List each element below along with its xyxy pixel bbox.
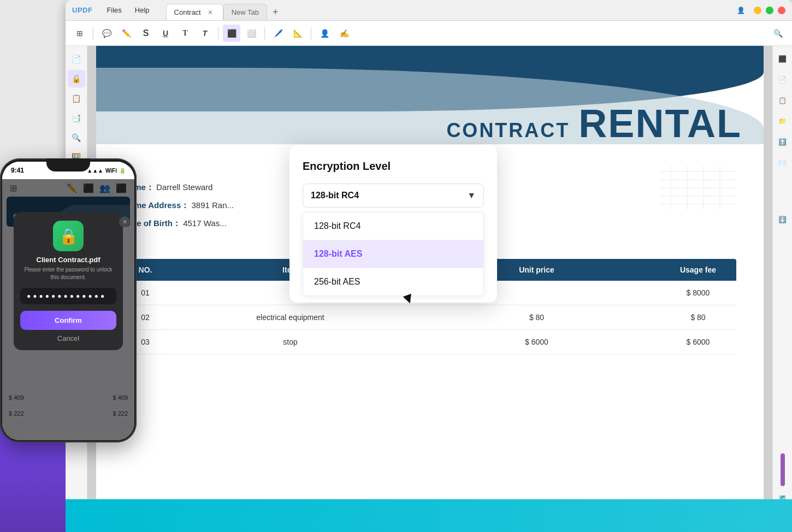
- toolbar-measure-icon[interactable]: 📐: [289, 25, 306, 42]
- pdf-row2-unit: $ 80: [413, 305, 660, 329]
- password-dots: ●●●●●●●●●●●●●: [27, 292, 110, 300]
- tab-newtab-label: New Tab: [232, 8, 259, 16]
- phone-notch: [46, 158, 90, 172]
- toolbar-underline-icon[interactable]: U: [157, 25, 174, 42]
- phone-modal-close-button[interactable]: ✕: [119, 216, 130, 227]
- pdf-title-contract: CONTRACT: [446, 119, 570, 142]
- phone-status-icons: ▲▲▲ WiFi 🔋: [87, 168, 126, 174]
- toolbar-shape-icon[interactable]: ⬜: [243, 25, 260, 42]
- dialog-title: Encryption Level: [303, 160, 484, 173]
- phone-modal-filename: Client Contract.pdf: [14, 256, 123, 266]
- toolbar-comment-icon[interactable]: 💬: [98, 25, 115, 42]
- right-sidebar-icon-1[interactable]: ⬛: [774, 50, 791, 68]
- tab-contract-label: Contract: [174, 8, 201, 16]
- phone-cancel-button[interactable]: Cancel: [20, 334, 116, 342]
- sidebar-thumbnail-icon[interactable]: 📄: [68, 50, 85, 68]
- pdf-title-area: CONTRACT RENTAL: [446, 106, 742, 142]
- right-sidebar-icon-2[interactable]: 📄: [774, 71, 791, 88]
- app-brand: UPDF: [72, 6, 92, 14]
- pdf-row3-item: stop: [167, 330, 413, 354]
- encryption-dialog: Encryption Level 128-bit RC4 ▼ 128-bit R…: [289, 145, 497, 303]
- tab-add-button[interactable]: +: [267, 4, 284, 20]
- toolbar-text-style-icon[interactable]: T: [196, 25, 214, 42]
- sidebar-search-sidebar-icon[interactable]: 🔍: [68, 129, 85, 146]
- toolbar-divider-2: [218, 27, 218, 39]
- option-128bit-rc4[interactable]: 128-bit RC4: [303, 212, 483, 240]
- window-maximize-button[interactable]: [766, 7, 773, 14]
- phone-device: 9:41 ▲▲▲ WiFi 🔋 ⊞ ✏️ ⬛ 👥 ⬛ C: [0, 158, 137, 442]
- right-sidebar-icon-5[interactable]: ⬆️: [774, 133, 791, 151]
- phone-modal-description: Please enter the password to unlock this…: [14, 266, 123, 288]
- dropdown-options-list: 128-bit RC4 128-bit AES 256-bit AES: [303, 212, 484, 296]
- title-bar: UPDF Files Help Contract ✕ New Tab + 👤: [66, 0, 792, 21]
- bottom-teal-bar: [66, 499, 792, 532]
- pdf-col-usage-fee: Usage fee: [660, 259, 736, 281]
- shield-lock-icon: 🔒: [53, 221, 84, 251]
- pdf-row2-item: electrical equipment: [167, 305, 413, 329]
- right-sidebar-icon-7[interactable]: ⬇️: [774, 211, 791, 228]
- option-256bit-aes[interactable]: 256-bit AES: [303, 268, 483, 295]
- toolbar: ⊞ 💬 ✏️ S U T T ⬛ ⬜ 🖊️ 📐 👤 ✍️ 🔍: [66, 21, 792, 46]
- dropdown-selected-value: 128-bit RC4: [311, 191, 359, 200]
- tab-contract[interactable]: Contract ✕: [166, 4, 223, 20]
- toolbar-divider-4: [311, 27, 311, 39]
- pdf-dob-value: 4517 Was...: [183, 218, 226, 228]
- scroll-indicator: [781, 453, 785, 486]
- phone-password-modal: 🔒 Client Contract.pdf Please enter the p…: [14, 212, 123, 350]
- toolbar-strikethrough-icon[interactable]: S: [137, 25, 155, 42]
- right-sidebar-icon-6[interactable]: ✉️: [774, 154, 791, 172]
- window-minimize-button[interactable]: [754, 7, 761, 14]
- sidebar-lock-icon[interactable]: 🔒: [68, 70, 85, 87]
- toolbar-sign-icon[interactable]: ✍️: [335, 25, 353, 42]
- dropdown-arrow-icon: ▼: [467, 191, 476, 200]
- sidebar-pages-icon[interactable]: 📑: [68, 109, 85, 127]
- right-sidebar-icon-3[interactable]: 📋: [774, 92, 791, 109]
- tabs-area[interactable]: Contract ✕ New Tab +: [166, 0, 737, 20]
- pdf-row1-usage: $ 8000: [660, 281, 736, 305]
- pdf-address-value: 3891 Ran...: [191, 200, 234, 210]
- tab-close-contract[interactable]: ✕: [205, 8, 215, 17]
- pdf-row3-usage: $ 6000: [660, 330, 736, 354]
- right-sidebar-icon-4[interactable]: 📁: [774, 113, 791, 130]
- pdf-row2-usage: $ 80: [660, 305, 736, 329]
- pdf-table-row-3: 03 stop $ 6000 $ 6000: [123, 330, 736, 354]
- toolbar-divider-1: [93, 27, 93, 39]
- option-128bit-aes[interactable]: 128-bit AES: [303, 240, 483, 268]
- toolbar-thumbnail-icon[interactable]: ⊞: [71, 25, 88, 42]
- phone-screen: 9:41 ▲▲▲ WiFi 🔋 ⊞ ✏️ ⬛ 👥 ⬛ C: [2, 162, 134, 440]
- pdf-table-row-2: 02 electrical equipment $ 80 $ 80: [123, 305, 736, 330]
- toolbar-user-icon[interactable]: 👤: [316, 25, 333, 42]
- tab-newtab[interactable]: New Tab: [223, 4, 267, 20]
- right-sidebar: ⬛ 📄 📋 📁 ⬆️ ✉️ ⬇️ 🗺️ 💬: [772, 46, 792, 532]
- phone-password-field[interactable]: ●●●●●●●●●●●●●: [20, 288, 116, 304]
- menu-help[interactable]: Help: [129, 4, 155, 16]
- toolbar-pen-icon[interactable]: 🖊️: [269, 25, 287, 42]
- sidebar-bookmark-icon[interactable]: 📋: [68, 90, 85, 107]
- window-close-button[interactable]: [778, 7, 785, 14]
- phone-confirm-button[interactable]: Confirm: [20, 311, 116, 330]
- toolbar-divider-3: [264, 27, 265, 39]
- brand-logo: UPDF: [72, 6, 92, 14]
- app-window: UPDF Files Help Contract ✕ New Tab + 👤 ⊞…: [66, 0, 792, 532]
- pdf-title-rental: RENTAL: [578, 106, 742, 141]
- menu-files[interactable]: Files: [101, 4, 127, 16]
- user-icon[interactable]: 👤: [737, 7, 745, 14]
- pdf-row3-unit: $ 6000: [413, 330, 660, 354]
- window-controls[interactable]: 👤: [737, 7, 785, 14]
- encryption-dropdown-select[interactable]: 128-bit RC4 ▼: [303, 184, 484, 208]
- toolbar-search-icon[interactable]: 🔍: [769, 25, 787, 42]
- phone-modal-overlay: 🔒 Client Contract.pdf Please enter the p…: [2, 179, 134, 440]
- phone-time: 9:41: [11, 167, 24, 174]
- toolbar-text-icon[interactable]: T: [176, 25, 194, 42]
- toolbar-highlight-icon[interactable]: ✏️: [117, 25, 135, 42]
- pdf-name-value: Darrell Steward: [156, 182, 212, 192]
- menu-bar[interactable]: Files Help: [101, 4, 155, 16]
- phone-modal-icon-area: 🔒: [14, 212, 123, 256]
- toolbar-edit-active-icon[interactable]: ⬛: [223, 25, 240, 42]
